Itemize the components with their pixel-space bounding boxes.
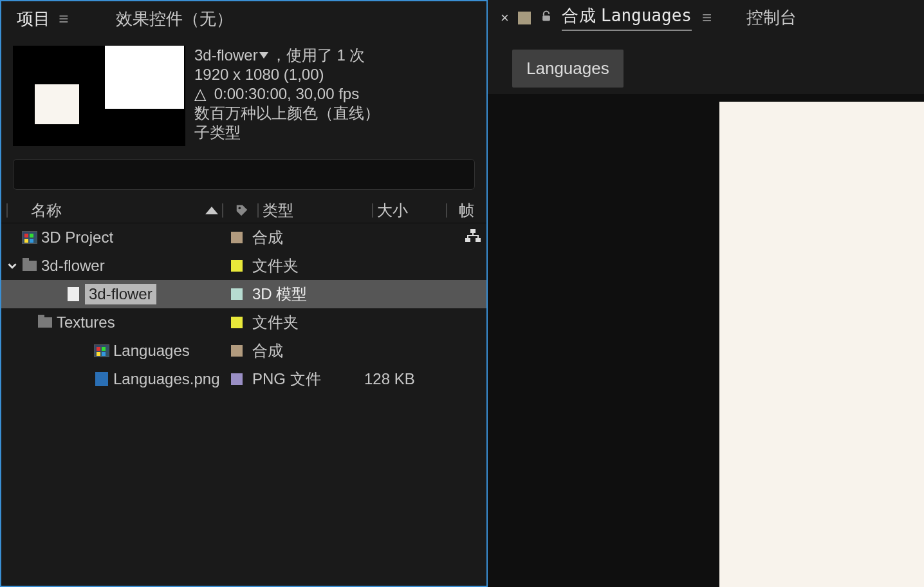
row-type-label: 文件夹 [252, 312, 364, 333]
row-name-label: Languages.png [113, 370, 220, 388]
composition-breadcrumb[interactable]: Languages [512, 50, 624, 88]
project-rows: 3D Project合成3d-flower文件夹3d-flower3D 模型Te… [1, 223, 486, 586]
row-name-cell: 3D Project [6, 228, 221, 247]
tag-swatch-icon [231, 373, 243, 385]
tab-effect-controls[interactable]: 效果控件（无） [113, 4, 236, 34]
hamburger-icon[interactable]: ≡ [59, 9, 68, 28]
image-file-icon [94, 372, 109, 386]
project-row[interactable]: Languages合成 [1, 337, 486, 365]
viewport[interactable] [488, 94, 924, 587]
column-name-label: 名称 [31, 200, 62, 221]
project-row[interactable]: 3D Project合成 [1, 223, 486, 252]
row-tag-cell[interactable] [221, 288, 252, 300]
item-dimensions: 1920 x 1080 (1,00) [194, 66, 324, 83]
folder-icon [22, 259, 37, 273]
item-name: 3d-flower [194, 46, 258, 65]
project-row[interactable]: 3d-flower文件夹 [1, 252, 486, 280]
row-tag-cell[interactable] [221, 373, 252, 385]
search-input[interactable] [13, 159, 475, 190]
warning-icon: △ [194, 84, 206, 104]
row-tag-cell[interactable] [221, 260, 252, 272]
row-tag-cell[interactable] [221, 232, 252, 243]
comp-title-name: Languages [601, 6, 692, 25]
project-row[interactable]: Languages.pngPNG 文件128 KB [1, 365, 486, 393]
viewport-content [719, 102, 924, 587]
tab-console-label: 控制台 [746, 8, 797, 27]
column-type[interactable]: 类型 [263, 200, 372, 221]
right-tabs: × 合成 Languages ≡ 控制台 [488, 0, 924, 35]
thumbnail-shape [35, 84, 79, 124]
row-tag-cell[interactable] [221, 317, 252, 328]
project-panel: 项目 ≡ 效果控件（无） 3d-flower ，使用了 1 次 1920 x 1… [0, 0, 488, 587]
tab-composition[interactable]: 合成 Languages [562, 5, 692, 31]
thumbnail[interactable] [13, 46, 185, 146]
column-separator[interactable] [6, 203, 8, 218]
row-size-label: 128 KB [364, 370, 435, 388]
project-row[interactable]: 3d-flower3D 模型 [1, 280, 486, 308]
tag-swatch-icon [231, 288, 243, 300]
tag-swatch-icon [231, 232, 243, 243]
column-headers: 名称 类型 大小 帧 [1, 198, 486, 223]
row-type-label: 合成 [252, 340, 364, 361]
row-name-cell: 3d-flower [6, 257, 221, 275]
tab-console[interactable]: 控制台 [746, 6, 797, 29]
color-swatch-icon[interactable] [518, 12, 531, 24]
comp-title-prefix: 合成 [562, 6, 596, 25]
tab-project[interactable]: 项目 ≡ [14, 4, 71, 34]
svg-point-2 [239, 207, 241, 209]
row-name-label: 3D Project [41, 228, 113, 247]
column-separator[interactable] [257, 203, 259, 218]
row-type-label: 3D 模型 [252, 284, 364, 304]
composition-panel: × 合成 Languages ≡ 控制台 Languages [488, 0, 924, 587]
project-row[interactable]: Textures文件夹 [1, 308, 486, 337]
item-usage: ，使用了 1 次 [271, 46, 365, 65]
column-fps[interactable]: 帧 [451, 200, 481, 221]
column-fps-label: 帧 [459, 200, 474, 221]
dropdown-arrow-icon[interactable] [259, 52, 268, 59]
row-type-label: 文件夹 [252, 256, 364, 276]
search-wrap [1, 159, 486, 198]
document-icon [66, 287, 81, 301]
item-duration: 0:00:30:00, 30,00 fps [214, 85, 360, 102]
item-subtype: 子类型 [194, 124, 241, 141]
lock-icon[interactable] [540, 9, 553, 27]
info-lines: 3d-flower ，使用了 1 次 1920 x 1080 (1,00) △ … [194, 46, 380, 146]
sort-arrow-up-icon[interactable] [205, 207, 218, 214]
svg-rect-5 [476, 238, 481, 242]
left-tabs: 项目 ≡ 效果控件（无） [1, 1, 486, 37]
column-separator[interactable] [222, 203, 223, 218]
hamburger-icon[interactable]: ≡ [702, 8, 712, 28]
svg-rect-3 [470, 229, 476, 233]
column-size[interactable]: 大小 [377, 200, 446, 221]
svg-rect-4 [465, 238, 470, 242]
row-name-cell: Languages.png [6, 370, 221, 388]
tag-swatch-icon [231, 317, 243, 328]
composition-icon [22, 230, 37, 245]
item-info: 3d-flower ，使用了 1 次 1920 x 1080 (1,00) △ … [1, 37, 486, 159]
tag-swatch-icon [231, 345, 243, 357]
chevron-down-icon[interactable] [6, 318, 33, 327]
column-separator[interactable] [446, 203, 447, 218]
composition-breadcrumb-label: Languages [526, 59, 609, 78]
chevron-down-icon[interactable] [6, 261, 18, 270]
column-separator[interactable] [372, 203, 373, 218]
row-name-label: 3d-flower [85, 284, 156, 304]
thumbnail-shape [105, 46, 184, 109]
tab-project-label: 项目 [17, 9, 50, 28]
composition-icon [94, 344, 109, 358]
close-icon[interactable]: × [501, 10, 509, 26]
flowchart-icon[interactable] [465, 228, 481, 247]
tag-icon [235, 203, 249, 218]
column-size-label: 大小 [377, 201, 408, 219]
column-tag[interactable] [227, 203, 257, 218]
column-type-label: 类型 [263, 201, 293, 219]
row-tag-cell[interactable] [221, 345, 252, 357]
svg-rect-6 [542, 15, 550, 21]
row-name-cell: 3d-flower [6, 284, 221, 304]
row-name-label: Languages [113, 342, 190, 360]
row-type-label: 合成 [252, 227, 364, 248]
row-type-label: PNG 文件 [252, 369, 364, 389]
column-name[interactable]: 名称 [12, 200, 222, 221]
item-colordepth: 数百万种以上颜色（直线） [194, 104, 380, 122]
tag-swatch-icon [231, 260, 243, 272]
